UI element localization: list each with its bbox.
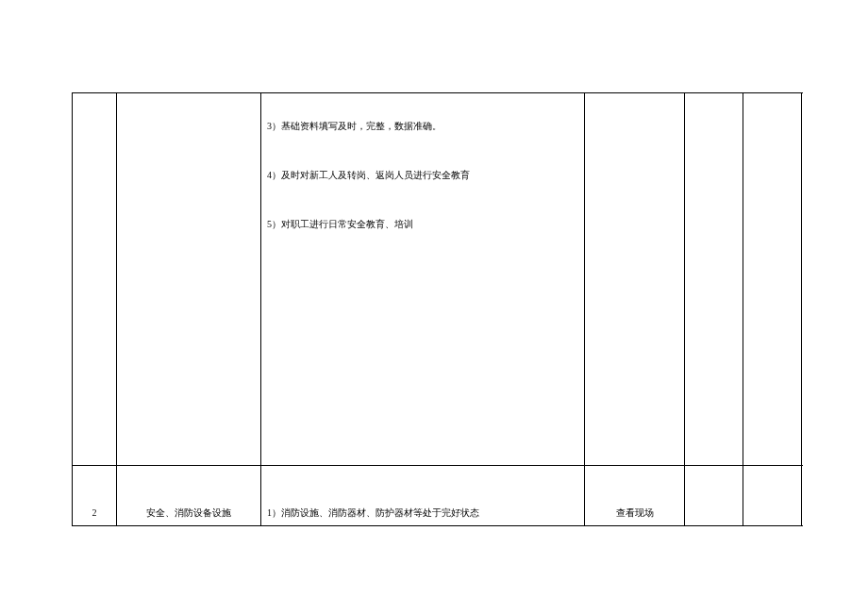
cell-method: 查看现场 xyxy=(585,466,685,525)
cell-content: 3）基础资料填写及时，完整，数据准确。 4）及时对新工人及转岗、返岗人员进行安全… xyxy=(261,93,585,465)
cell-category: 安全、消防设备设施 xyxy=(117,466,261,525)
cell-content: 1）消防设施、消防器材、防护器材等处于完好状态 xyxy=(261,466,585,525)
cell-extra2 xyxy=(743,93,802,465)
cell-extra1 xyxy=(685,466,743,525)
content-line: 5）对职工进行日常安全教育、培训 xyxy=(267,218,413,231)
inspection-table: 3）基础资料填写及时，完整，数据准确。 4）及时对新工人及转岗、返岗人员进行安全… xyxy=(72,92,803,526)
cell-method xyxy=(585,93,685,465)
cell-text: 安全、消防设备设施 xyxy=(146,506,231,520)
cell-text: 1）消防设施、消防器材、防护器材等处于完好状态 xyxy=(267,506,479,520)
cell-extra1 xyxy=(685,93,743,465)
cell-text: 查看现场 xyxy=(616,506,654,520)
cell-index xyxy=(73,93,117,465)
cell-extra2 xyxy=(743,466,802,525)
table-row: 2 安全、消防设备设施 1）消防设施、消防器材、防护器材等处于完好状态 查看现场 xyxy=(73,466,803,526)
table-row: 3）基础资料填写及时，完整，数据准确。 4）及时对新工人及转岗、返岗人员进行安全… xyxy=(73,93,803,466)
cell-text: 2 xyxy=(92,506,97,520)
content-line: 4）及时对新工人及转岗、返岗人员进行安全教育 xyxy=(267,169,470,182)
cell-index: 2 xyxy=(73,466,117,525)
cell-category xyxy=(117,93,261,465)
content-line: 3）基础资料填写及时，完整，数据准确。 xyxy=(267,120,442,133)
